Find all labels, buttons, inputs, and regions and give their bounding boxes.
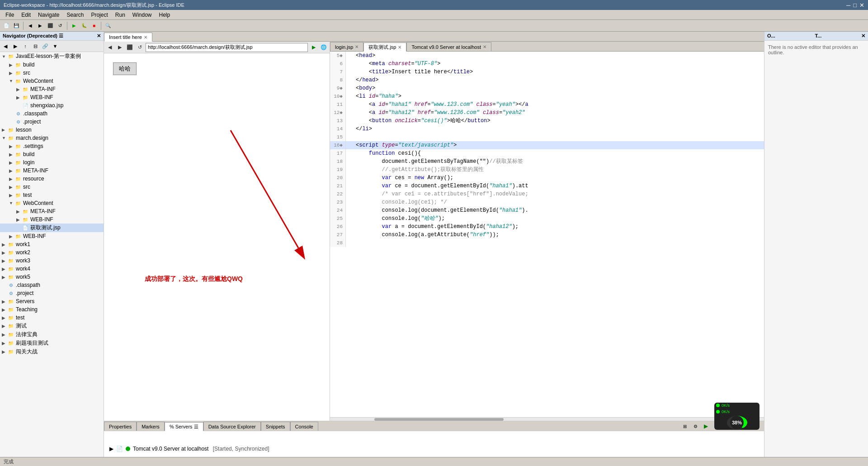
tree-item-lesson[interactable]: ▶ 📁 lesson: [0, 126, 104, 134]
expand-lesson[interactable]: ▶: [2, 128, 7, 132]
new-button[interactable]: 📄: [2, 21, 11, 30]
tree-item-servers[interactable]: ▶ 📁 Servers: [0, 297, 104, 305]
expand-javaee[interactable]: ▼: [2, 54, 7, 59]
menu-search[interactable]: Search: [63, 11, 87, 19]
back-button[interactable]: ◀: [26, 21, 35, 30]
tree-item-javaee[interactable]: ▼ 📁 JavaEE-lesson-第一章案例: [0, 52, 104, 61]
tab-console[interactable]: Console: [290, 422, 318, 431]
code-scrollbar[interactable]: [330, 417, 764, 421]
tree-item-chuangguan[interactable]: ▶ 📁 闯关大战: [0, 347, 104, 356]
tree-item-test[interactable]: ▶ 📁 test: [0, 191, 104, 199]
debug-button[interactable]: 🐛: [80, 21, 89, 30]
open-browser-btn[interactable]: 🌐: [320, 43, 328, 52]
url-input[interactable]: http://localhost:6666/march.design/获取测试.…: [146, 43, 308, 52]
bottom-btn1[interactable]: ⊞: [680, 422, 689, 431]
tree-item-webinf1[interactable]: ▶ 📁 WEB-INF: [0, 93, 104, 101]
stop-button[interactable]: ⬛: [46, 21, 55, 30]
code-tab-login-close[interactable]: ✕: [355, 44, 359, 49]
nav-forward-btn[interactable]: ▶: [11, 42, 20, 51]
tree-item-resource[interactable]: ▶ 📁 resource: [0, 175, 104, 183]
menu-run[interactable]: Run: [112, 11, 129, 19]
go-btn[interactable]: ▶: [310, 43, 318, 52]
tree-item-build2[interactable]: ▶ 📁 build: [0, 150, 104, 158]
code-tab-tomcat[interactable]: Tomcat v9.0 Server at localhost ✕: [406, 42, 491, 51]
server-row-tomcat[interactable]: ▶ 📄 Tomcat v9.0 Server at localhost [Sta…: [108, 445, 271, 453]
menu-project[interactable]: Project: [87, 11, 111, 19]
code-tab-tomcat-close[interactable]: ✕: [483, 44, 486, 49]
tree-item-work4[interactable]: ▶ 📁 work4: [0, 265, 104, 273]
bottom-btn2[interactable]: ⚙: [691, 422, 700, 431]
tab-servers[interactable]: % Servers ☰: [165, 422, 203, 431]
tree-item-settings[interactable]: ▶ 📁 .settings: [0, 142, 104, 150]
maximize-button[interactable]: □: [853, 2, 857, 9]
menu-navigate[interactable]: Navigate: [34, 11, 63, 19]
tree-item-webcontent2[interactable]: ▼ 📁 WebContent: [0, 199, 104, 207]
tree-item-marchdesign[interactable]: ▼ 📁 march.design: [0, 134, 104, 142]
nav-collapse-btn[interactable]: ⊟: [31, 42, 40, 51]
code-tab-huoqu[interactable]: 获取测试.jsp ✕: [363, 43, 406, 52]
menu-window[interactable]: Window: [129, 11, 156, 19]
tree-item-work3[interactable]: ▶ 📁 work3: [0, 257, 104, 265]
code-tab-huoqu-close[interactable]: ✕: [398, 45, 401, 50]
tab-markers[interactable]: Markers: [137, 422, 165, 431]
bottom-btn3[interactable]: ▶: [701, 422, 710, 431]
tree-item-src1[interactable]: ▶ 📁 src: [0, 69, 104, 77]
tree-item-webinf3[interactable]: ▶ 📁 WEB-INF: [0, 232, 104, 240]
tree-item-webinf2[interactable]: ▶ 📁 WEB-INF: [0, 215, 104, 223]
tree-item-work1[interactable]: ▶ 📁 work1: [0, 240, 104, 248]
close-button[interactable]: ✕: [859, 2, 864, 9]
nav-back-btn[interactable]: ◀: [1, 42, 10, 51]
tree-item-classpath1[interactable]: ⚙ .classpath: [0, 109, 104, 118]
stop-run-button[interactable]: ■: [90, 21, 99, 30]
tab-close-insert[interactable]: ✕: [144, 35, 147, 40]
tree-item-classpath2[interactable]: ⚙ .classpath: [0, 281, 104, 289]
tab-datasource[interactable]: Data Source Explorer: [203, 422, 261, 431]
nav-link-btn[interactable]: 🔗: [41, 42, 50, 51]
tree-item-login[interactable]: ▶ 📁 login: [0, 158, 104, 166]
tree-item-metainf1[interactable]: ▶ 📁 META-INF: [0, 85, 104, 93]
search-icon[interactable]: 🔍: [104, 21, 113, 30]
tab-snippets[interactable]: Snippets: [261, 422, 290, 431]
tree-item-work2[interactable]: ▶ 📁 work2: [0, 248, 104, 257]
outline-close-icon[interactable]: ✕: [861, 33, 865, 39]
tab-properties[interactable]: Properties: [104, 422, 137, 431]
tree-item-project1[interactable]: ⚙ .project: [0, 118, 104, 126]
menu-help[interactable]: Help: [156, 11, 174, 19]
forward-button[interactable]: ▶: [36, 21, 45, 30]
tree-item-project2[interactable]: ⚙ .project: [0, 289, 104, 297]
save-button[interactable]: 💾: [12, 21, 21, 30]
tree-item-build1[interactable]: ▶ 📁 build: [0, 61, 104, 69]
minimize-button[interactable]: ─: [846, 2, 850, 9]
tree-item-work5[interactable]: ▶ 📁 work5: [0, 273, 104, 281]
tree-item-shengxiao[interactable]: 📄 shengxiao.jsp: [0, 101, 104, 109]
expand-marchdesign[interactable]: ▼: [2, 136, 7, 140]
prev-back-btn[interactable]: ◀: [106, 43, 114, 52]
tree-item-test2[interactable]: ▶ 📁 test: [0, 314, 104, 322]
tree-item-src2[interactable]: ▶ 📁 src: [0, 183, 104, 191]
menu-file[interactable]: File: [2, 11, 18, 19]
tree-item-shuati[interactable]: ▶ 📁 刷题项目测试: [0, 339, 104, 347]
tree-item-huoqu[interactable]: 📄 获取测试.jsp: [0, 223, 104, 232]
refresh-button[interactable]: ↺: [56, 21, 65, 30]
tree-item-metainf2[interactable]: ▶ 📁 META-INF: [0, 166, 104, 175]
nav-up-btn[interactable]: ↑: [21, 42, 30, 51]
tree-item-teaching[interactable]: ▶ 📁 Teaching: [0, 305, 104, 314]
prev-stop-btn[interactable]: ⬛: [126, 43, 134, 52]
expand-webcontent2[interactable]: ▼: [9, 201, 14, 205]
menu-edit[interactable]: Edit: [18, 11, 34, 19]
navigator-close-icon[interactable]: ✕: [97, 33, 101, 39]
tab-insert-title-here[interactable]: Insert title here ✕: [104, 33, 152, 42]
prev-forward-btn[interactable]: ▶: [116, 43, 124, 52]
run-button[interactable]: ▶: [70, 21, 79, 30]
window-controls[interactable]: ─ □ ✕: [846, 2, 864, 9]
tree-item-webcontent1[interactable]: ▼ 📁 WebContent: [0, 77, 104, 85]
tree-item-metainf3[interactable]: ▶ 📁 META-INF: [0, 207, 104, 215]
tree-item-falv[interactable]: ▶ 📁 法律宝典: [0, 330, 104, 339]
code-content[interactable]: 5◆ <head> 6 <meta charset="UTF-8"> 7 <ti…: [330, 52, 764, 417]
haha-button[interactable]: 哈哈: [113, 62, 137, 75]
code-tab-login[interactable]: login.jsp ✕: [330, 42, 363, 51]
expand-webcontent1[interactable]: ▼: [9, 79, 14, 83]
prev-refresh-btn[interactable]: ↺: [136, 43, 144, 52]
nav-menu-btn[interactable]: ▼: [51, 42, 60, 51]
tree-item-ceshi[interactable]: ▶ 📁 测试: [0, 322, 104, 330]
